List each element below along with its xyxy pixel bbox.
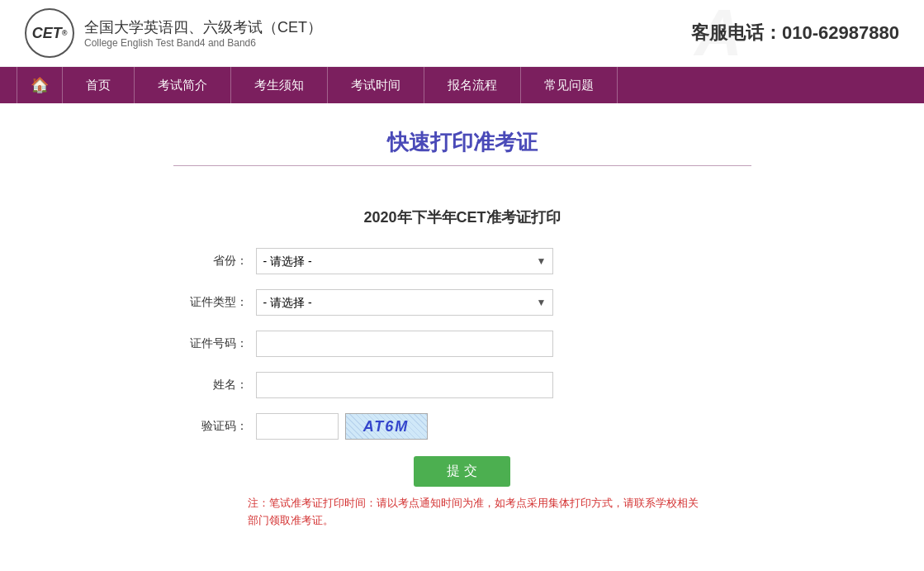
logo-circle: CET ® [25, 8, 74, 58]
header-phone: 客服电话：010-62987880 [691, 21, 899, 45]
captcha-text: AT6M [363, 418, 410, 435]
title-divider [173, 165, 751, 166]
captcha-row: 验证码： AT6M [173, 413, 751, 440]
logo-text: CET [32, 25, 62, 42]
phone-number: 010-62987880 [782, 22, 899, 43]
nav-home-button[interactable]: 🏠 [17, 67, 63, 103]
header-logo-area: CET ® 全国大学英语四、六级考试（CET） College English … [25, 8, 322, 58]
nav-item-notice[interactable]: 考生须知 [231, 67, 328, 103]
id-type-select[interactable]: - 请选择 - [256, 289, 553, 316]
captcha-label: 验证码： [173, 419, 248, 434]
notice-text: 注：笔试准考证打印时间：请以考点通知时间为准，如考点采用集体打印方式，请联系学校… [223, 495, 702, 530]
nav-item-process[interactable]: 报名流程 [424, 67, 521, 103]
id-type-row: 证件类型： - 请选择 - ▼ [173, 289, 751, 316]
name-row: 姓名： [173, 372, 751, 398]
captcha-input[interactable] [256, 413, 339, 440]
id-number-input[interactable] [256, 331, 553, 357]
name-label: 姓名： [173, 378, 248, 393]
submit-row: 提 交 [173, 456, 751, 487]
id-type-select-wrapper: - 请选择 - ▼ [256, 289, 553, 316]
page-title: 快速打印准考证 [17, 128, 907, 157]
captcha-wrapper: AT6M [256, 413, 428, 440]
province-select-wrapper: - 请选择 - ▼ [256, 248, 553, 274]
submit-button[interactable]: 提 交 [414, 456, 509, 487]
id-number-label: 证件号码： [173, 336, 248, 351]
name-input[interactable] [256, 372, 553, 398]
id-number-row: 证件号码： [173, 331, 751, 357]
main-nav: 🏠 首页 考试简介 考生须知 考试时间 报名流程 常见问题 [0, 67, 924, 103]
logo-title-main: 全国大学英语四、六级考试（CET） [84, 17, 322, 37]
nav-item-faq[interactable]: 常见问题 [521, 67, 618, 103]
header: CET ® 全国大学英语四、六级考试（CET） College English … [0, 0, 924, 67]
form-subtitle: 2020年下半年CET准考证打印 [173, 207, 751, 227]
province-label: 省份： [173, 254, 248, 269]
form-container: 2020年下半年CET准考证打印 省份： - 请选择 - ▼ 证件类型： - 请… [173, 191, 751, 546]
main-content: 快速打印准考证 2020年下半年CET准考证打印 省份： - 请选择 - ▼ 证… [0, 103, 924, 571]
nav-item-schedule[interactable]: 考试时间 [328, 67, 424, 103]
logo-title-sub: College English Test Band4 and Band6 [84, 37, 322, 49]
nav-item-home[interactable]: 首页 [63, 67, 135, 103]
phone-label: 客服电话： [691, 22, 782, 43]
logo-text-block: 全国大学英语四、六级考试（CET） College English Test B… [84, 17, 322, 49]
nav-item-intro[interactable]: 考试简介 [135, 67, 231, 103]
home-icon: 🏠 [31, 76, 49, 94]
captcha-image[interactable]: AT6M [345, 413, 428, 440]
province-select[interactable]: - 请选择 - [256, 248, 553, 274]
province-row: 省份： - 请选择 - ▼ [173, 248, 751, 274]
id-type-label: 证件类型： [173, 295, 248, 310]
